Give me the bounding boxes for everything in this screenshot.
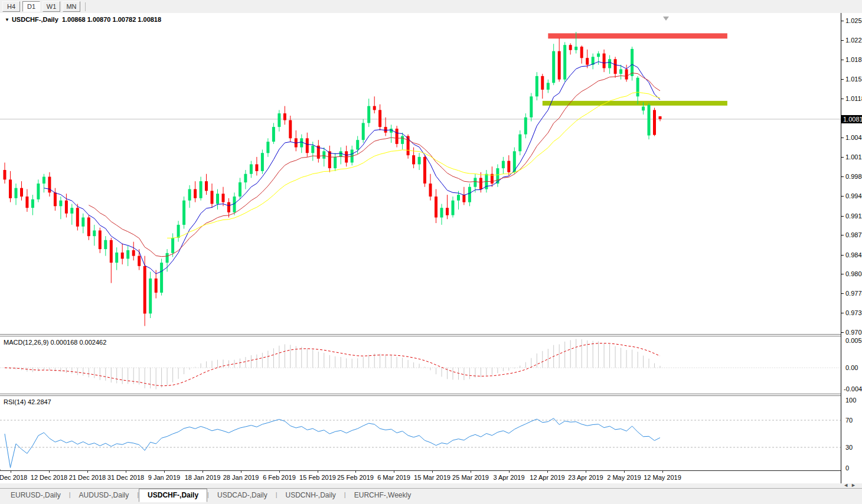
rsi-axis-label: 30: [845, 444, 853, 451]
price-tick-label: 0.98080: [845, 271, 862, 277]
price-tick-label: 1.01870: [845, 57, 862, 63]
price-tick-mark: [841, 332, 844, 333]
timeframe-button-d1[interactable]: D1: [22, 1, 40, 12]
date-tick-label: 2 May 2019: [603, 474, 645, 481]
date-axis[interactable]: 3 Dec 201812 Dec 201821 Dec 201831 Dec 2…: [0, 470, 841, 484]
price-tick-label: 0.97050: [845, 329, 862, 336]
price-tick-mark: [841, 157, 844, 158]
date-tick-mark: [471, 471, 471, 473]
tab-scroll-left-icon[interactable]: ◄: [843, 482, 851, 488]
chart-tab-usdcad[interactable]: USDCAD-,Daily: [209, 489, 276, 502]
date-tick-label: 6 Mar 2019: [373, 474, 414, 481]
bottom-strip: [0, 483, 862, 488]
price-tick-mark: [841, 176, 844, 177]
rsi-line: [5, 418, 660, 468]
price-pane[interactable]: [0, 13, 841, 334]
mt4-window: { "toolbar": { "timeframes": [ {"label":…: [0, 0, 862, 504]
chart-window: ▼USDCHF-,Daily 1.00868 1.00870 1.00782 1…: [0, 13, 862, 483]
price-tick-mark: [841, 293, 844, 294]
date-tick-label: 3 Dec 2018: [0, 474, 31, 481]
rsi-axis-label: 70: [845, 417, 853, 424]
date-tick-label: 18 Jan 2019: [182, 474, 223, 481]
price-tick-mark: [841, 60, 844, 60]
date-tick-mark: [624, 471, 625, 473]
chart-tab-audusd[interactable]: AUDUSD-,Daily: [71, 489, 138, 502]
date-tick-mark: [547, 471, 548, 473]
date-tick-label: 25 Feb 2019: [335, 474, 376, 481]
timeframe-buttons: H4D1W1MN: [0, 1, 80, 12]
date-tick-mark: [394, 471, 394, 473]
date-tick-mark: [203, 471, 203, 473]
timeframe-button-h4[interactable]: H4: [2, 1, 20, 12]
price-tick-mark: [841, 313, 844, 313]
macd-axis-min: -0.004243: [844, 386, 862, 392]
tab-scroll-arrows: ◄►: [843, 482, 858, 489]
rsi-pane[interactable]: [0, 396, 841, 469]
date-tick-label: 12 Dec 2018: [28, 474, 70, 481]
date-tick-mark: [126, 471, 126, 473]
price-tick-label: 0.97390: [845, 310, 862, 316]
chart-tab-usdchf[interactable]: USDCHF-,Daily: [139, 489, 207, 502]
date-tick-label: 9 Jan 2019: [143, 474, 185, 481]
candles-series: [4, 32, 662, 326]
chart-ohlc-values: 1.00868 1.00870 1.00782 1.00818: [62, 16, 161, 23]
date-tick-mark: [509, 471, 510, 473]
rsi-axis-label: 0: [845, 465, 849, 472]
toolbar-divider: [85, 2, 86, 11]
price-tick-mark: [841, 196, 844, 197]
resistance-line[interactable]: [548, 33, 727, 38]
chart-tab-eurchf[interactable]: EURCHF-,Weekly: [346, 489, 419, 502]
date-tick-label: 12 Apr 2019: [527, 474, 568, 481]
date-tick-label: 21 Dec 2018: [67, 474, 108, 481]
macd-values: 0.000168 0.002462: [50, 339, 106, 346]
price-tick-label: 1.02220: [845, 37, 862, 44]
price-tick-mark: [841, 216, 844, 217]
price-tick-label: 0.98770: [845, 232, 862, 238]
timeframe-toolbar: H4D1W1MN: [0, 0, 862, 14]
price-tick-mark: [841, 235, 844, 235]
price-tick-mark: [841, 138, 844, 138]
macd-axis-zero: 0.00: [845, 365, 858, 371]
macd-histogram: [5, 339, 660, 389]
date-tick-mark: [279, 471, 280, 473]
chart-tab-eurusd[interactable]: EURUSD-,Daily: [2, 489, 69, 502]
price-tick-label: 0.99800: [845, 174, 862, 180]
chart-symbol-title: USDCHF-,Daily: [12, 16, 58, 23]
date-tick-mark: [11, 471, 11, 473]
price-axis[interactable]: 1.00818 1.025601.022201.018701.015301.01…: [841, 13, 862, 483]
price-tick-mark: [841, 40, 844, 41]
current-price-badge: 1.00818: [841, 115, 862, 123]
date-tick-label: 6 Feb 2019: [259, 474, 300, 481]
timeframe-button-w1[interactable]: W1: [43, 1, 60, 12]
chart-title: ▼USDCHF-,Daily 1.00868 1.00870 1.00782 1…: [5, 16, 161, 23]
price-tick-mark: [841, 99, 844, 99]
date-tick-mark: [241, 471, 241, 473]
date-tick-label: 12 May 2019: [642, 474, 683, 481]
chevron-down-icon[interactable]: ▼: [5, 17, 9, 22]
date-tick-mark: [662, 471, 663, 473]
date-tick-mark: [355, 471, 356, 473]
price-tick-label: 1.01530: [845, 76, 862, 83]
date-tick-mark: [49, 471, 50, 473]
date-tick-label: 25 Mar 2019: [450, 474, 491, 481]
date-tick-mark: [318, 471, 318, 473]
price-tick-label: 0.99110: [845, 213, 862, 220]
price-tick-label: 0.99460: [845, 193, 862, 199]
date-tick-label: 15 Feb 2019: [297, 474, 338, 481]
price-tick-mark: [841, 255, 844, 256]
price-tick-label: 1.00490: [845, 135, 862, 141]
date-tick-label: 31 Dec 2018: [105, 474, 146, 481]
date-tick-mark: [87, 471, 88, 473]
date-tick-label: 15 Mar 2019: [412, 474, 453, 481]
chart-shift-marker[interactable]: [663, 17, 669, 21]
price-tick-label: 0.97740: [845, 290, 862, 297]
price-tick-label: 0.98420: [845, 252, 862, 258]
chart-tab-usdcnh[interactable]: USDCNH-,Daily: [277, 489, 344, 502]
tab-scroll-right-icon[interactable]: ►: [851, 482, 858, 488]
price-tick-mark: [841, 274, 844, 274]
timeframe-button-mn[interactable]: MN: [63, 1, 80, 12]
price-tick-mark: [841, 21, 844, 21]
rsi-indicator-label: RSI(14) 42.2847: [4, 398, 51, 405]
macd-pane[interactable]: [0, 336, 841, 394]
macd-signal-line: [5, 343, 660, 386]
